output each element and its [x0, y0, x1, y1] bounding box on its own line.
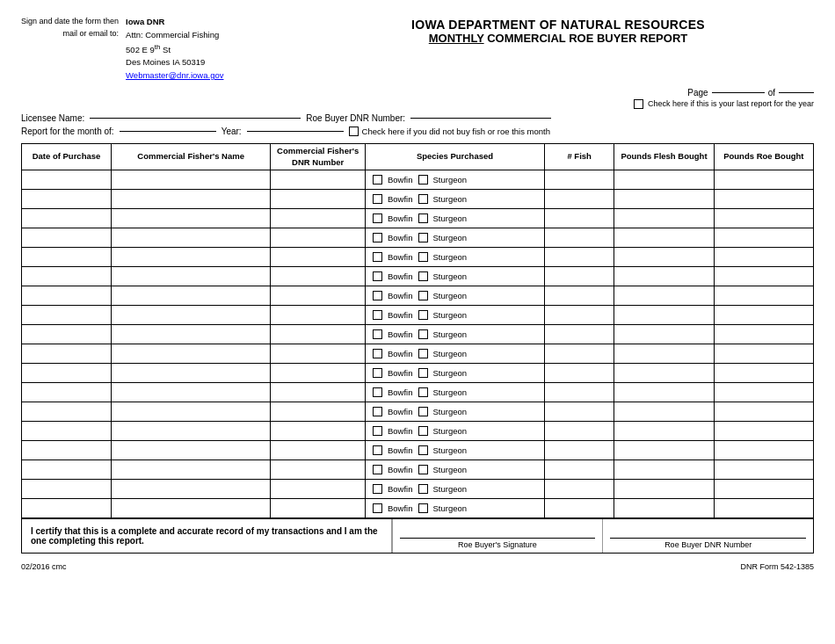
cell-dnr[interactable] — [271, 209, 366, 228]
bowfin-checkbox[interactable] — [373, 252, 382, 262]
cell-date[interactable] — [22, 228, 112, 248]
sturgeon-checkbox[interactable] — [418, 271, 428, 281]
bowfin-checkbox[interactable] — [373, 175, 382, 185]
cell-date[interactable] — [22, 267, 112, 286]
cell-flesh[interactable] — [614, 286, 714, 306]
cell-fisher[interactable] — [112, 422, 271, 441]
sturgeon-checkbox[interactable] — [418, 368, 428, 378]
cell-fisher[interactable] — [112, 325, 271, 344]
cell-flesh[interactable] — [614, 248, 714, 267]
cell-dnr[interactable] — [271, 460, 366, 480]
sturgeon-checkbox[interactable] — [418, 310, 428, 320]
cell-roe[interactable] — [714, 325, 813, 344]
cell-fish-count[interactable] — [544, 480, 614, 499]
bowfin-checkbox[interactable] — [373, 503, 382, 513]
sturgeon-checkbox[interactable] — [418, 484, 428, 494]
sturgeon-checkbox[interactable] — [418, 465, 428, 474]
cell-fish-count[interactable] — [544, 441, 614, 460]
bowfin-checkbox[interactable] — [373, 194, 382, 204]
cell-fish-count[interactable] — [544, 402, 614, 422]
cell-fish-count[interactable] — [544, 190, 614, 209]
cell-date[interactable] — [22, 480, 112, 499]
bowfin-checkbox[interactable] — [373, 233, 382, 242]
cell-flesh[interactable] — [614, 306, 714, 325]
cell-fish-count[interactable] — [544, 306, 614, 325]
cell-roe[interactable] — [714, 441, 813, 460]
cell-date[interactable] — [22, 460, 112, 480]
bowfin-checkbox[interactable] — [373, 291, 382, 300]
cell-fish-count[interactable] — [544, 383, 614, 402]
cell-date[interactable] — [22, 306, 112, 325]
bowfin-checkbox[interactable] — [373, 465, 382, 474]
cell-fish-count[interactable] — [544, 286, 614, 306]
cell-dnr[interactable] — [271, 383, 366, 402]
cell-date[interactable] — [22, 209, 112, 228]
cell-dnr[interactable] — [271, 499, 366, 518]
cell-fish-count[interactable] — [544, 267, 614, 286]
bowfin-checkbox[interactable] — [373, 213, 382, 223]
cell-roe[interactable] — [714, 248, 813, 267]
cell-roe[interactable] — [714, 306, 813, 325]
cell-dnr[interactable] — [271, 441, 366, 460]
cell-flesh[interactable] — [614, 441, 714, 460]
bowfin-checkbox[interactable] — [373, 484, 382, 494]
cell-flesh[interactable] — [614, 499, 714, 518]
bowfin-checkbox[interactable] — [373, 407, 382, 416]
cell-fish-count[interactable] — [544, 422, 614, 441]
cell-date[interactable] — [22, 383, 112, 402]
cell-roe[interactable] — [714, 190, 813, 209]
sturgeon-checkbox[interactable] — [418, 387, 428, 397]
email-link[interactable]: Webmaster@dnr.iowa.gov — [126, 70, 223, 80]
cell-flesh[interactable] — [614, 460, 714, 480]
cell-dnr[interactable] — [271, 364, 366, 383]
last-report-checkbox[interactable] — [634, 99, 643, 109]
cell-date[interactable] — [22, 190, 112, 209]
cell-flesh[interactable] — [614, 209, 714, 228]
sturgeon-checkbox[interactable] — [418, 407, 428, 416]
cell-fish-count[interactable] — [544, 325, 614, 344]
sturgeon-checkbox[interactable] — [418, 349, 428, 358]
cell-fisher[interactable] — [112, 228, 271, 248]
cell-date[interactable] — [22, 499, 112, 518]
sturgeon-checkbox[interactable] — [418, 329, 428, 339]
cell-flesh[interactable] — [614, 402, 714, 422]
cell-flesh[interactable] — [614, 344, 714, 364]
bowfin-checkbox[interactable] — [373, 310, 382, 320]
sturgeon-checkbox[interactable] — [418, 252, 428, 262]
cell-fisher[interactable] — [112, 480, 271, 499]
sturgeon-checkbox[interactable] — [418, 213, 428, 223]
cell-dnr[interactable] — [271, 325, 366, 344]
cell-dnr[interactable] — [271, 267, 366, 286]
cell-fish-count[interactable] — [544, 248, 614, 267]
licensee-name-blank[interactable] — [90, 118, 301, 119]
bowfin-checkbox[interactable] — [373, 349, 382, 358]
cell-fisher[interactable] — [112, 190, 271, 209]
sturgeon-checkbox[interactable] — [418, 426, 428, 436]
cell-fish-count[interactable] — [544, 209, 614, 228]
cell-fisher[interactable] — [112, 344, 271, 364]
cell-roe[interactable] — [714, 209, 813, 228]
cell-fisher[interactable] — [112, 170, 271, 190]
cell-fish-count[interactable] — [544, 228, 614, 248]
cell-date[interactable] — [22, 402, 112, 422]
cell-fish-count[interactable] — [544, 460, 614, 480]
cell-fisher[interactable] — [112, 499, 271, 518]
cell-dnr[interactable] — [271, 402, 366, 422]
cell-fisher[interactable] — [112, 364, 271, 383]
cell-date[interactable] — [22, 170, 112, 190]
cell-roe[interactable] — [714, 267, 813, 286]
sturgeon-checkbox[interactable] — [418, 503, 428, 513]
cell-date[interactable] — [22, 422, 112, 441]
cell-fisher[interactable] — [112, 460, 271, 480]
cell-flesh[interactable] — [614, 228, 714, 248]
sturgeon-checkbox[interactable] — [418, 291, 428, 300]
cell-dnr[interactable] — [271, 344, 366, 364]
cell-flesh[interactable] — [614, 190, 714, 209]
bowfin-checkbox[interactable] — [373, 271, 382, 281]
cell-roe[interactable] — [714, 422, 813, 441]
cell-roe[interactable] — [714, 480, 813, 499]
sturgeon-checkbox[interactable] — [418, 194, 428, 204]
cell-dnr[interactable] — [271, 480, 366, 499]
bowfin-checkbox[interactable] — [373, 329, 382, 339]
cell-fish-count[interactable] — [544, 499, 614, 518]
